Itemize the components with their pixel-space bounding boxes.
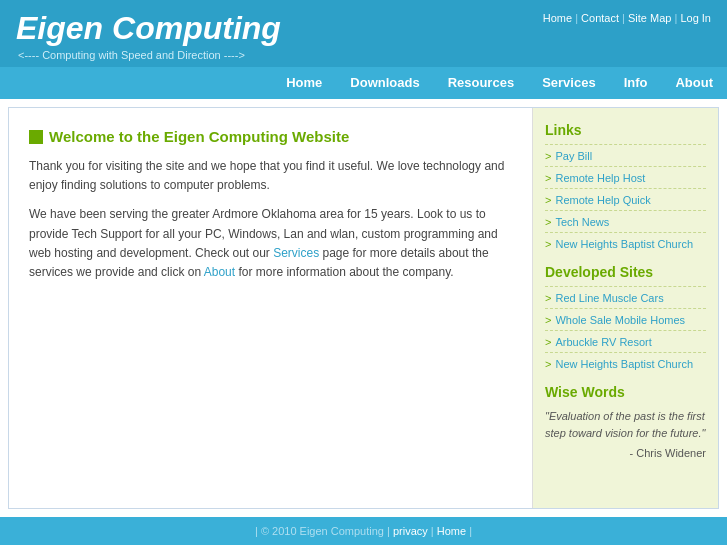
redline-link[interactable]: >Red Line Muscle Cars xyxy=(545,292,706,304)
about-link[interactable]: About xyxy=(204,265,235,279)
main-content: Welcome to the Eigen Computing Website T… xyxy=(9,108,533,508)
link-remote-host: >Remote Help Host xyxy=(545,166,706,188)
link-tech-news: >Tech News xyxy=(545,210,706,232)
dev-nhbc-link[interactable]: >New Heights Baptist Church xyxy=(545,358,706,370)
top-home-link[interactable]: Home xyxy=(543,12,572,24)
main-body: Thank you for visiting the site and we h… xyxy=(29,157,512,282)
remote-host-link[interactable]: >Remote Help Host xyxy=(545,172,706,184)
developed-section-title: Developed Sites xyxy=(545,264,706,280)
footer-home-link[interactable]: Home xyxy=(437,525,466,537)
wise-quote: "Evaluation of the past is the first ste… xyxy=(545,408,706,441)
footer-text: | © 2010 Eigen Computing | xyxy=(255,525,390,537)
dev-nhbc: >New Heights Baptist Church xyxy=(545,352,706,374)
wise-author: - Chris Widener xyxy=(545,447,706,459)
arbuckle-link[interactable]: >Arbuckle RV Resort xyxy=(545,336,706,348)
sidebar: Links >Pay Bill >Remote Help Host >Remot… xyxy=(533,108,718,508)
nav-resources[interactable]: Resources xyxy=(434,67,528,99)
intro-paragraph: Thank you for visiting the site and we h… xyxy=(29,157,512,195)
links-section-title: Links xyxy=(545,122,706,138)
tagline: <---- Computing with Speed and Direction… xyxy=(18,49,711,61)
header-top: Home | Contact | Site Map | Log In Eigen… xyxy=(16,10,711,47)
services-link[interactable]: Services xyxy=(273,246,319,260)
page-wrapper: Home | Contact | Site Map | Log In Eigen… xyxy=(0,0,727,545)
wise-section-title: Wise Words xyxy=(545,384,706,400)
nav-downloads[interactable]: Downloads xyxy=(336,67,433,99)
remote-quick-link[interactable]: >Remote Help Quick xyxy=(545,194,706,206)
content-wrapper: Welcome to the Eigen Computing Website T… xyxy=(9,108,718,508)
top-login-link[interactable]: Log In xyxy=(680,12,711,24)
nav-home[interactable]: Home xyxy=(272,67,336,99)
content-border: Welcome to the Eigen Computing Website T… xyxy=(8,107,719,509)
top-contact-link[interactable]: Contact xyxy=(581,12,619,24)
link-remote-quick: >Remote Help Quick xyxy=(545,188,706,210)
welcome-heading: Welcome to the Eigen Computing Website xyxy=(29,128,512,145)
top-sitemap-link[interactable]: Site Map xyxy=(628,12,671,24)
link-pay-bill: >Pay Bill xyxy=(545,144,706,166)
nav-info[interactable]: Info xyxy=(610,67,662,99)
nhbc-link[interactable]: >New Heights Baptist Church xyxy=(545,238,706,250)
top-links: Home | Contact | Site Map | Log In xyxy=(543,12,711,24)
pay-bill-link[interactable]: >Pay Bill xyxy=(545,150,706,162)
dev-redline: >Red Line Muscle Cars xyxy=(545,286,706,308)
nav-bar: Home Downloads Resources Services Info A… xyxy=(0,67,727,99)
header: Home | Contact | Site Map | Log In Eigen… xyxy=(0,0,727,67)
welcome-icon xyxy=(29,130,43,144)
dev-wholesale: >Whole Sale Mobile Homes xyxy=(545,308,706,330)
footer-privacy-link[interactable]: privacy xyxy=(393,525,428,537)
tech-news-link[interactable]: >Tech News xyxy=(545,216,706,228)
nav-services[interactable]: Services xyxy=(528,67,610,99)
wholesale-link[interactable]: >Whole Sale Mobile Homes xyxy=(545,314,706,326)
link-nhbc: >New Heights Baptist Church xyxy=(545,232,706,254)
nav-about[interactable]: About xyxy=(661,67,727,99)
about-paragraph: We have been serving the greater Ardmore… xyxy=(29,205,512,282)
dev-arbuckle: >Arbuckle RV Resort xyxy=(545,330,706,352)
footer: | © 2010 Eigen Computing | privacy | Hom… xyxy=(0,517,727,545)
